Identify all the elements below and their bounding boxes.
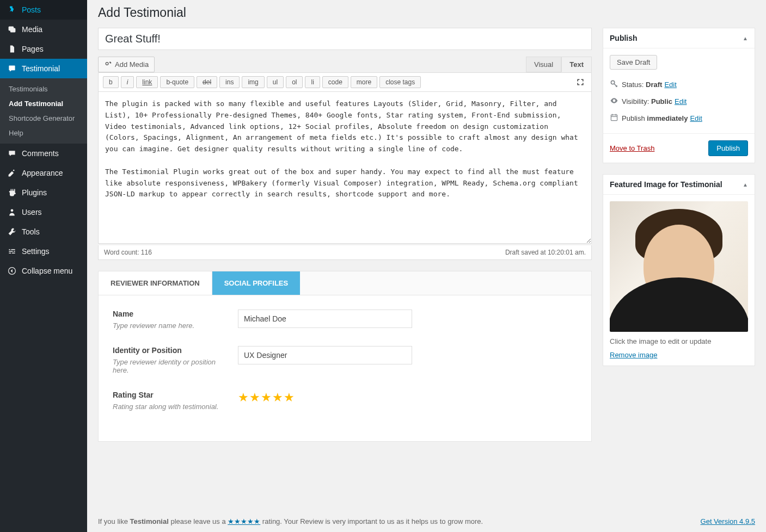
- move-to-trash-link[interactable]: Move to Trash: [610, 144, 654, 152]
- rating-label: Rating Star: [113, 391, 227, 399]
- footer-prefix: If you like: [98, 517, 130, 525]
- calendar-icon: [610, 113, 621, 123]
- page-title: Add Testimonial: [98, 5, 755, 20]
- qt-ul[interactable]: ul: [267, 76, 284, 88]
- submenu-testimonial: Testimonials Add Testimonial Shortcode G…: [0, 78, 87, 144]
- svg-point-2: [106, 63, 108, 65]
- save-status: Draft saved at 10:20:01 am.: [505, 249, 586, 256]
- tab-reviewer-info[interactable]: REVIEWER INFORMATION: [99, 271, 212, 295]
- qt-li[interactable]: li: [305, 76, 320, 88]
- save-draft-button[interactable]: Save Draft: [610, 55, 657, 70]
- submenu-testimonials[interactable]: Testimonials: [0, 82, 87, 96]
- qt-more[interactable]: more: [351, 76, 377, 88]
- tab-visual[interactable]: Visual: [526, 57, 561, 72]
- tab-text[interactable]: Text: [561, 57, 592, 72]
- add-media-button[interactable]: Add Media: [98, 57, 155, 72]
- menu-label: Media: [22, 25, 42, 34]
- word-count: Word count: 116: [104, 249, 152, 256]
- menu-media[interactable]: Media: [0, 20, 87, 39]
- footer-mid2: rating. Your Review is very important to…: [260, 517, 483, 525]
- qt-ins[interactable]: ins: [219, 76, 240, 88]
- featured-image-box: Featured Image for Testimonial ▲ Click t…: [603, 174, 755, 366]
- quicktags-toolbar: b i link b-quote del ins img ul ol li co…: [98, 72, 592, 91]
- menu-label: Pages: [22, 45, 44, 53]
- menu-label: Testimonial: [22, 64, 60, 73]
- avatar-body: [610, 277, 748, 332]
- testimonial-icon: [7, 63, 17, 74]
- footer-stars-link[interactable]: ★★★★★: [228, 517, 260, 525]
- menu-label: Comments: [22, 149, 59, 158]
- menu-label: Appearance: [22, 169, 63, 177]
- menu-users[interactable]: Users: [0, 202, 87, 222]
- menu-comments[interactable]: Comments: [0, 144, 87, 163]
- appearance-icon: [7, 168, 17, 178]
- qt-img[interactable]: img: [242, 76, 264, 88]
- menu-tools[interactable]: Tools: [0, 222, 87, 242]
- footer-note: If you like Testimonial please leave us …: [98, 517, 755, 525]
- fullscreen-icon: [576, 78, 585, 88]
- identity-desc: Type reviewer identity or position here.: [113, 358, 227, 374]
- users-icon: [7, 207, 17, 218]
- tab-social-profiles[interactable]: SOCIAL PROFILES: [212, 271, 301, 295]
- submenu-help[interactable]: Help: [0, 126, 87, 140]
- content-editor[interactable]: [98, 91, 592, 244]
- svg-rect-4: [611, 115, 617, 120]
- svg-point-3: [611, 81, 614, 84]
- visibility-value: Public: [651, 97, 672, 106]
- menu-label: Posts: [22, 5, 41, 14]
- menu-plugins[interactable]: Plugins: [0, 183, 87, 202]
- submenu-add-testimonial[interactable]: Add Testimonial: [0, 96, 87, 111]
- qt-italic[interactable]: i: [121, 76, 134, 88]
- featured-image[interactable]: [610, 201, 748, 332]
- footer-product: Testimonial: [130, 517, 169, 525]
- menu-posts[interactable]: Posts: [0, 0, 87, 20]
- menu-pages[interactable]: Pages: [0, 39, 87, 59]
- media-icon: [7, 24, 17, 35]
- main-content: Add Testimonial Add Media Visual Text b …: [87, 0, 766, 532]
- key-icon: [610, 79, 621, 90]
- tools-icon: [7, 226, 17, 237]
- qt-close-tags[interactable]: close tags: [379, 76, 421, 88]
- qt-del[interactable]: del: [197, 76, 217, 88]
- menu-label: Users: [22, 208, 42, 216]
- menu-label: Plugins: [22, 188, 47, 197]
- qt-bold[interactable]: b: [103, 76, 119, 88]
- featured-heading: Featured Image for Testimonial: [610, 180, 722, 189]
- publish-button[interactable]: Publish: [708, 140, 748, 156]
- menu-label: Settings: [22, 247, 50, 256]
- reviewer-identity-input[interactable]: [238, 346, 412, 364]
- pin-icon: [7, 4, 17, 15]
- footer-mid1: please leave us a: [169, 517, 228, 525]
- name-label: Name: [113, 310, 227, 318]
- toggle-publish-box[interactable]: ▲: [743, 35, 748, 41]
- edit-schedule-link[interactable]: Edit: [690, 114, 702, 122]
- qt-ol[interactable]: ol: [286, 76, 303, 88]
- get-version-link[interactable]: Get Version 4.9.5: [701, 517, 755, 525]
- qt-link[interactable]: link: [136, 76, 158, 88]
- post-title-input[interactable]: [98, 28, 592, 50]
- reviewer-name-input[interactable]: [238, 310, 412, 328]
- publish-heading: Publish: [610, 34, 638, 42]
- settings-icon: [7, 246, 17, 257]
- submenu-shortcode-generator[interactable]: Shortcode Generator: [0, 111, 87, 126]
- camera-icon: [104, 59, 113, 70]
- menu-settings[interactable]: Settings: [0, 242, 87, 261]
- remove-image-link[interactable]: Remove image: [610, 351, 657, 359]
- fullscreen-button[interactable]: [574, 76, 587, 89]
- menu-testimonial[interactable]: Testimonial: [0, 59, 87, 78]
- edit-status-link[interactable]: Edit: [664, 81, 676, 89]
- editor-tabs: Visual Text: [526, 57, 592, 72]
- rating-desc: Rating star along with testimonial.: [113, 403, 227, 411]
- qt-code[interactable]: code: [322, 76, 348, 88]
- toggle-featured-box[interactable]: ▲: [743, 182, 748, 188]
- comment-icon: [7, 148, 17, 159]
- rating-stars[interactable]: ★★★★★: [238, 391, 577, 405]
- qt-bquote[interactable]: b-quote: [160, 76, 194, 88]
- menu-collapse[interactable]: Collapse menu: [0, 261, 87, 281]
- menu-appearance[interactable]: Appearance: [0, 163, 87, 183]
- eye-icon: [610, 96, 621, 107]
- schedule-value: immediately: [647, 114, 688, 122]
- status-value: Draft: [646, 81, 662, 89]
- schedule-label: Publish: [622, 114, 645, 122]
- edit-visibility-link[interactable]: Edit: [675, 97, 687, 106]
